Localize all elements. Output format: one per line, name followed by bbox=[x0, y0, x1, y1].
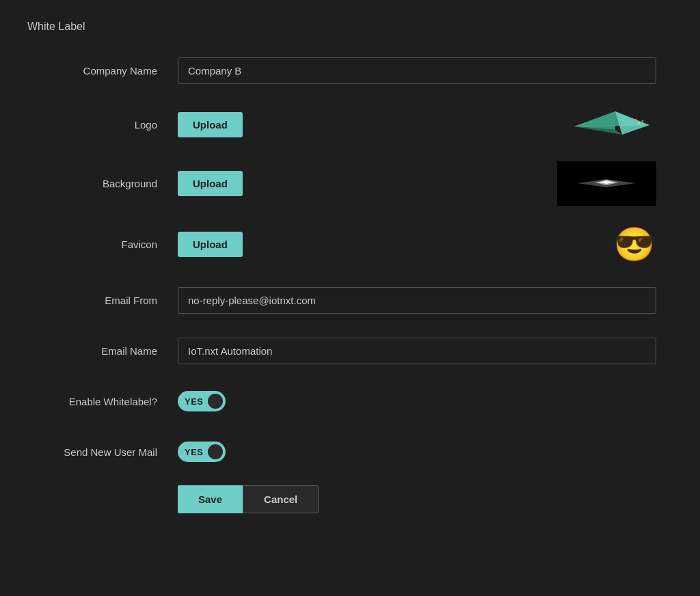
email-from-label: Email From bbox=[27, 295, 178, 306]
company-name-row: Company Name bbox=[27, 53, 656, 87]
logo-label: Logo bbox=[27, 119, 178, 131]
send-new-user-mail-toggle-text: YES bbox=[185, 447, 204, 457]
background-label: Background bbox=[27, 178, 178, 189]
logo-preview-svg bbox=[567, 106, 656, 144]
favicon-row: Favicon Upload 😎 bbox=[27, 222, 656, 267]
cancel-button[interactable]: Cancel bbox=[243, 485, 319, 513]
email-from-control bbox=[178, 287, 656, 314]
favicon-control: Upload 😎 bbox=[178, 222, 656, 267]
background-upload-row: Upload bbox=[178, 161, 656, 206]
svg-point-5 bbox=[635, 118, 637, 120]
background-row: Background Upload bbox=[27, 161, 656, 206]
logo-upload-row: Upload bbox=[178, 104, 656, 145]
svg-point-6 bbox=[638, 122, 641, 124]
email-name-label: Email Name bbox=[27, 345, 178, 357]
send-new-user-mail-toggle[interactable]: YES bbox=[178, 442, 226, 462]
svg-point-8 bbox=[632, 118, 633, 119]
form-buttons: Save Cancel bbox=[178, 485, 656, 513]
email-from-row: Email From bbox=[27, 283, 656, 317]
enable-whitelabel-row: Enable Whitelabel? YES bbox=[27, 384, 656, 418]
email-name-row: Email Name bbox=[27, 334, 656, 368]
logo-preview bbox=[567, 104, 656, 145]
favicon-upload-row: Upload 😎 bbox=[178, 222, 656, 267]
favicon-label: Favicon bbox=[27, 239, 178, 250]
favicon-upload-button[interactable]: Upload bbox=[178, 232, 243, 257]
white-label-page: White Label Company Name Logo Upload bbox=[0, 0, 684, 534]
background-preview-svg bbox=[557, 161, 656, 206]
send-new-user-mail-label: Send New User Mail bbox=[27, 446, 178, 458]
company-name-control bbox=[178, 57, 656, 84]
favicon-preview: 😎 bbox=[612, 222, 656, 267]
send-new-user-mail-knob bbox=[208, 444, 223, 459]
company-name-input[interactable] bbox=[178, 57, 656, 84]
send-new-user-mail-control: YES bbox=[178, 442, 656, 462]
logo-upload-button[interactable]: Upload bbox=[178, 112, 243, 137]
enable-whitelabel-label: Enable Whitelabel? bbox=[27, 396, 178, 407]
background-preview bbox=[557, 161, 656, 206]
company-name-label: Company Name bbox=[27, 65, 178, 77]
enable-whitelabel-control: YES bbox=[178, 391, 656, 411]
email-name-control bbox=[178, 338, 656, 364]
email-name-input[interactable] bbox=[178, 338, 656, 364]
send-new-user-mail-row: Send New User Mail YES bbox=[27, 435, 656, 469]
svg-marker-2 bbox=[615, 111, 649, 135]
background-upload-button[interactable]: Upload bbox=[178, 171, 243, 196]
email-from-input[interactable] bbox=[178, 287, 656, 314]
enable-whitelabel-knob bbox=[208, 394, 223, 409]
page-title: White Label bbox=[27, 21, 656, 33]
enable-whitelabel-toggle[interactable]: YES bbox=[178, 391, 226, 411]
favicon-emoji: 😎 bbox=[614, 228, 655, 261]
background-control: Upload bbox=[178, 161, 656, 206]
logo-row: Logo Upload bbox=[27, 104, 656, 145]
save-button[interactable]: Save bbox=[178, 485, 243, 513]
enable-whitelabel-toggle-text: YES bbox=[185, 396, 204, 407]
logo-control: Upload bbox=[178, 104, 656, 145]
svg-point-7 bbox=[642, 120, 644, 122]
